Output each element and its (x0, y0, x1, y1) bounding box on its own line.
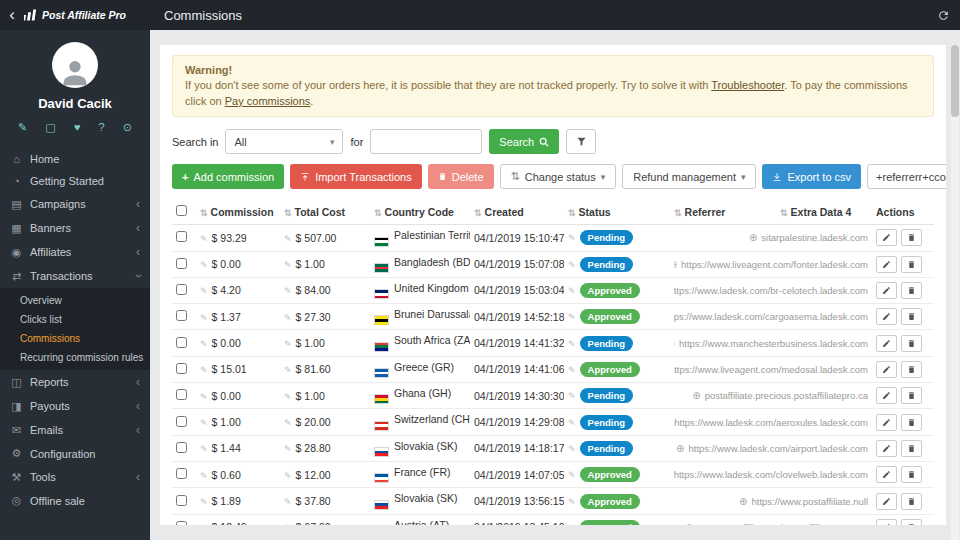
avatar[interactable] (52, 42, 98, 88)
edit-inline-icon[interactable]: ✎ (568, 365, 576, 375)
delete-row-button[interactable] (901, 282, 922, 299)
header-commission[interactable]: ⇅Commission (196, 199, 280, 225)
sidebar-subitem-recurring-commission-rules[interactable]: Recurring commission rules (0, 348, 150, 367)
sidebar-item-tools[interactable]: ⚒ Tools ‹ (0, 465, 150, 489)
edit-row-button[interactable] (876, 282, 897, 299)
collapse-sidebar-button[interactable]: ‹ (0, 0, 24, 30)
delete-row-button[interactable] (901, 387, 922, 404)
edit-inline-icon[interactable]: ✎ (568, 286, 576, 296)
sidebar-subitem-overview[interactable]: Overview (0, 291, 150, 310)
edit-inline-icon[interactable]: ✎ (200, 497, 208, 507)
add-commission-button[interactable]: +Add commission (172, 164, 284, 189)
edit-inline-icon[interactable]: ✎ (200, 444, 208, 454)
sidebar-item-transactions[interactable]: ⇄ Transactions ‹ (0, 264, 150, 288)
delete-button[interactable]: Delete (428, 164, 494, 189)
edit-inline-icon[interactable]: ✎ (568, 339, 576, 349)
delete-row-button[interactable] (901, 493, 922, 510)
sidebar-item-payouts[interactable]: ◨ Payouts ‹ (0, 394, 150, 418)
sidebar-item-banners[interactable]: ▦ Banners ‹ (0, 216, 150, 240)
scrollbar-thumb[interactable] (951, 45, 959, 117)
refresh-button[interactable] (937, 9, 950, 22)
sidebar-item-emails[interactable]: ✉ Emails ‹ (0, 418, 150, 442)
delete-row-button[interactable] (901, 440, 922, 457)
delete-row-button[interactable] (901, 335, 922, 352)
edit-inline-icon[interactable]: ✎ (568, 260, 576, 270)
row-checkbox[interactable] (176, 521, 187, 525)
edit-row-button[interactable] (876, 229, 897, 246)
delete-row-button[interactable] (901, 414, 922, 431)
scrollbar[interactable] (951, 45, 959, 540)
edit-inline-icon[interactable]: ✎ (200, 418, 208, 428)
edit-row-button[interactable] (876, 387, 897, 404)
power-icon[interactable]: ⊙ (123, 121, 132, 134)
sidebar-item-getting-started[interactable]: ◔ Getting Started (0, 170, 150, 192)
row-checkbox[interactable] (176, 363, 187, 374)
sidebar-item-configuration[interactable]: ⚙ Configuration (0, 442, 150, 465)
search-in-select[interactable]: All ▾ (225, 129, 343, 154)
edit-row-button[interactable] (876, 440, 897, 457)
sidebar-item-campaigns[interactable]: ▤ Campaigns ‹ (0, 192, 150, 216)
edit-inline-icon[interactable]: ✎ (568, 470, 576, 480)
edit-inline-icon[interactable]: ✎ (284, 392, 292, 402)
edit-inline-icon[interactable]: ✎ (200, 260, 208, 270)
edit-inline-icon[interactable]: ✎ (200, 392, 208, 402)
search-button[interactable]: Search (489, 129, 559, 154)
edit-icon[interactable]: ✎ (18, 121, 27, 134)
edit-row-button[interactable] (876, 361, 897, 378)
edit-row-button[interactable] (876, 335, 897, 352)
edit-inline-icon[interactable]: ✎ (284, 418, 292, 428)
edit-inline-icon[interactable]: ✎ (568, 497, 576, 507)
row-checkbox[interactable] (176, 231, 187, 242)
edit-inline-icon[interactable]: ✎ (284, 365, 292, 375)
edit-row-button[interactable] (876, 414, 897, 431)
edit-row-button[interactable] (876, 256, 897, 273)
edit-inline-icon[interactable]: ✎ (284, 260, 292, 270)
select-all-checkbox[interactable] (176, 205, 187, 216)
header-referrer[interactable]: ⇅Referrer (670, 199, 776, 225)
delete-row-button[interactable] (901, 308, 922, 325)
edit-inline-icon[interactable]: ✎ (568, 523, 576, 525)
header-country-code[interactable]: ⇅Country Code (370, 199, 470, 225)
header-status[interactable]: ⇅Status (564, 199, 670, 225)
edit-inline-icon[interactable]: ✎ (568, 391, 576, 401)
filter-button[interactable] (566, 129, 596, 154)
edit-inline-icon[interactable]: ✎ (200, 286, 208, 296)
delete-row-button[interactable] (901, 519, 922, 525)
edit-row-button[interactable] (876, 493, 897, 510)
row-checkbox[interactable] (176, 468, 187, 479)
sidebar-item-reports[interactable]: ◫ Reports ‹ (0, 370, 150, 394)
sidebar-subitem-commissions[interactable]: Commissions (0, 329, 150, 348)
change-status-button[interactable]: ⇅Change status▾ (500, 164, 617, 189)
export-csv-button[interactable]: Export to csv (762, 164, 861, 189)
sidebar-item-home[interactable]: ⌂ Home (0, 148, 150, 170)
edit-inline-icon[interactable]: ✎ (568, 233, 576, 243)
monitor-icon[interactable]: ▢ (45, 121, 55, 134)
row-checkbox[interactable] (176, 389, 187, 400)
refund-management-button[interactable]: Refund management▾ (622, 164, 756, 189)
row-checkbox[interactable] (176, 310, 187, 321)
pay-commissions-link[interactable]: Pay commissions (225, 95, 311, 107)
row-checkbox[interactable] (176, 284, 187, 295)
sidebar-item-offline-sale[interactable]: ◎ Offline sale (0, 489, 150, 512)
edit-row-button[interactable] (876, 466, 897, 483)
import-transactions-button[interactable]: Import Transactions (290, 164, 422, 189)
favorites-icon[interactable]: ♥ (74, 121, 81, 134)
edit-inline-icon[interactable]: ✎ (284, 444, 292, 454)
edit-inline-icon[interactable]: ✎ (284, 286, 292, 296)
sidebar-item-affiliates[interactable]: ◉ Affiliates ‹ (0, 240, 150, 264)
delete-row-button[interactable] (901, 361, 922, 378)
search-input[interactable] (370, 129, 482, 154)
sidebar-subitem-clicks-list[interactable]: Clicks list (0, 310, 150, 329)
row-checkbox[interactable] (176, 495, 187, 506)
row-checkbox[interactable] (176, 258, 187, 269)
edit-inline-icon[interactable]: ✎ (284, 523, 292, 525)
edit-inline-icon[interactable]: ✎ (200, 365, 208, 375)
edit-inline-icon[interactable]: ✎ (200, 313, 208, 323)
edit-inline-icon[interactable]: ✎ (284, 313, 292, 323)
edit-row-button[interactable] (876, 519, 897, 525)
delete-row-button[interactable] (901, 256, 922, 273)
edit-inline-icon[interactable]: ✎ (568, 444, 576, 454)
edit-inline-icon[interactable]: ✎ (200, 339, 208, 349)
delete-row-button[interactable] (901, 466, 922, 483)
edit-row-button[interactable] (876, 308, 897, 325)
